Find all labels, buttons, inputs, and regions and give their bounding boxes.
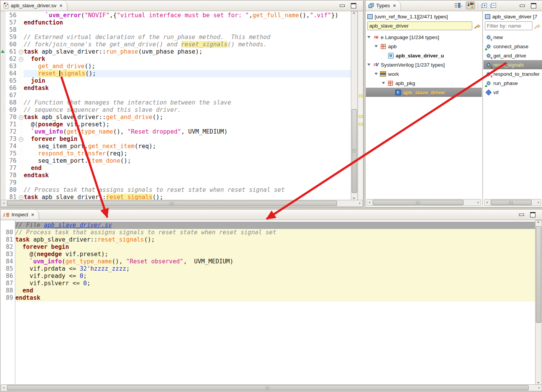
members-horizontal-scrollbar[interactable]: ‹ ||| ›	[484, 199, 541, 206]
member-item-new[interactable]: cnew	[483, 33, 542, 42]
minimize-icon[interactable]	[520, 5, 525, 7]
clear-filter-broom-icon[interactable]	[534, 23, 540, 29]
svg-text:v: v	[5, 4, 7, 8]
tab-inspect[interactable]: i Inspect ×	[0, 209, 39, 220]
line-number: 77	[5, 165, 18, 172]
fold-marker[interactable]: –	[19, 50, 23, 54]
member-item-run_phase[interactable]: run_phase	[483, 78, 542, 88]
line-number: 82	[0, 243, 15, 251]
ide-window: v apb_slave_driver.sv × 5657585960616263…	[0, 0, 542, 392]
line-number: 83	[0, 251, 15, 258]
expander-icon[interactable]	[367, 36, 370, 38]
fold-marker[interactable]: –	[19, 57, 23, 62]
tree-item-label: apb_slave_driver	[403, 90, 445, 95]
editor-tabbar: v apb_slave_driver.sv ×	[0, 0, 363, 11]
code-line: endtask	[24, 85, 351, 92]
line-number: 58	[5, 26, 18, 34]
code-line: endfunction	[24, 19, 351, 26]
maximize-icon[interactable]	[531, 3, 536, 8]
expander-icon[interactable]	[375, 73, 378, 75]
fold-marker[interactable]: –	[19, 195, 23, 200]
editor-vertical-scrollbar[interactable]: ⌃ ||| ⌄	[351, 11, 358, 200]
tab-apb-slave-driver-sv[interactable]: v apb_slave_driver.sv ×	[0, 0, 67, 11]
inspect-vertical-scrollbar[interactable]: ⌃ ⌄	[535, 220, 542, 385]
line-number: 80	[0, 229, 15, 236]
minimize-icon[interactable]	[519, 214, 524, 216]
sv-file-icon: v	[3, 3, 9, 8]
clear-filter-broom-icon[interactable]	[474, 23, 480, 29]
editor-horizontal-scrollbar[interactable]: ‹ ||| ›	[1, 200, 363, 207]
class-icon: c	[395, 90, 401, 95]
member-item-get_and_drive[interactable]: sget_and_drive	[483, 51, 542, 60]
code-line: end	[24, 165, 351, 172]
inspect-horizontal-scrollbar[interactable]: ‹ ||| ›	[1, 384, 542, 391]
line-number: 72	[5, 128, 18, 136]
tree-item-work[interactable]: work	[366, 69, 482, 78]
close-icon[interactable]: ×	[31, 212, 34, 217]
line-number: 67	[5, 92, 18, 99]
line-number: 81	[0, 236, 15, 243]
line-number: 64	[5, 70, 18, 77]
member-item-reset_signals[interactable]: sreset_signals	[483, 60, 542, 69]
package-icon	[388, 81, 393, 86]
line-number: 89	[0, 294, 15, 302]
editor-body: 5657585960616263646566676869707172737475…	[0, 11, 363, 200]
line-number: 84	[0, 258, 15, 265]
member-item-label: respond_to_transfer	[493, 71, 540, 77]
code-line: join	[24, 77, 351, 85]
systemverilog-icon: ≡V	[373, 62, 378, 67]
close-icon[interactable]: ×	[59, 3, 62, 8]
tab-types[interactable]: Types ×	[365, 0, 401, 11]
types-column-divider[interactable]	[482, 11, 483, 206]
member-item-vif[interactable]: vif	[483, 88, 542, 97]
tree-item-apb_pkg[interactable]: apb_pkg	[366, 78, 482, 88]
member-item-label: run_phase	[493, 80, 518, 86]
tree-item-apb_slave_driver[interactable]: capb_slave_driver	[366, 88, 482, 97]
tree-item-systemverilog[interactable]: ≡VSystemVerilog [1/237 types]	[366, 60, 482, 69]
editor-window-buttons	[340, 3, 356, 8]
code-line: // Process task that assigns signals to …	[24, 186, 351, 194]
member-filter-input[interactable]	[485, 21, 532, 30]
tree-item-apb[interactable]: apb	[366, 42, 482, 51]
tree-item-e[interactable]: ≡ee Language [1/234 types]	[366, 33, 482, 42]
line-number: 79	[5, 179, 18, 186]
tree-item-label: work	[388, 71, 399, 77]
member-item-connect_phase[interactable]: connect_phase	[483, 42, 542, 51]
editor-overview-ruler[interactable]	[358, 11, 363, 200]
code-line: vif.pslverr <= 0;	[15, 280, 536, 287]
member-item-label: get_and_drive	[493, 53, 526, 59]
sort-options-icon[interactable]: ⌄	[454, 2, 463, 8]
code-line: task apb_slave_driver::reset_signals();	[24, 194, 351, 200]
expander-icon[interactable]	[375, 45, 378, 47]
line-number: 63	[5, 63, 18, 70]
expander-icon[interactable]	[367, 64, 370, 66]
task-method-icon: s	[491, 74, 493, 78]
type-filter-input[interactable]	[367, 21, 472, 30]
inspect-window-buttons	[519, 212, 535, 217]
line-number: 59	[5, 34, 18, 41]
maximize-icon[interactable]	[351, 3, 356, 8]
expander-icon[interactable]	[382, 82, 385, 84]
tree-item-label: e Language [1/234 types]	[381, 34, 439, 40]
member-item-respond_to_transfer[interactable]: srespond_to_transfer	[483, 69, 542, 78]
collapse-all-icon[interactable]	[490, 3, 496, 8]
link-with-editor-icon[interactable]	[466, 2, 475, 9]
expand-all-icon[interactable]	[481, 3, 487, 8]
file-link[interactable]: apb_slave_driver.sv	[44, 222, 112, 229]
types-tabbar: Types × ⌄	[365, 0, 542, 11]
code-line: vif.pready <= 0;	[15, 273, 536, 280]
line-number: 74	[5, 143, 18, 150]
close-icon[interactable]: ×	[393, 3, 396, 8]
tree-horizontal-scrollbar[interactable]: ‹ ||| ›	[367, 199, 481, 206]
line-number: 88	[0, 287, 15, 294]
line-number: 56	[5, 12, 18, 19]
fold-marker[interactable]: –	[19, 115, 23, 120]
inspect-code-area[interactable]: // File apb_slave_driver.sv// Process ta…	[15, 220, 536, 385]
fold-marker[interactable]: –	[19, 137, 23, 142]
line-number: 75	[5, 150, 18, 157]
code-line: // Process task that assigns signals to …	[15, 229, 536, 236]
tree-item-apb_slave_driver_u[interactable]: uapb_slave_driver_u	[366, 51, 482, 60]
editor-code-area[interactable]: `uvm_error("NOVIF",{"virtual interface m…	[24, 11, 351, 200]
maximize-icon[interactable]	[530, 212, 535, 217]
minimize-icon[interactable]	[340, 5, 345, 7]
